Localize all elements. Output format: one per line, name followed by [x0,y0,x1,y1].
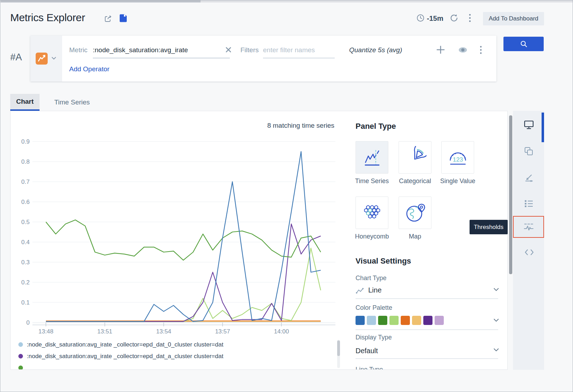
color-palette-chevron-icon[interactable] [494,319,499,322]
svg-text:0.7: 0.7 [21,179,30,185]
chart-type-label: Chart Type [356,275,387,282]
visibility-eye-icon[interactable] [458,47,467,53]
panel-type-single-value-label: Single Value [438,177,478,185]
legend-scrollbar[interactable] [337,340,340,368]
sidebar-icon-strip [513,111,544,370]
svg-text:14:00: 14:00 [274,328,289,335]
legend-item[interactable]: :node_disk_saturation:avg_irate _collect… [18,339,336,350]
legend-list-icon[interactable] [524,199,533,208]
palette-swatch[interactable] [378,316,387,325]
legend-scrollbar-thumb[interactable] [337,340,340,356]
svg-text:0.6: 0.6 [21,199,30,205]
display-type-chevron-icon[interactable] [494,348,499,351]
axes-scale-icon[interactable] [524,173,533,182]
honeycomb-panel-icon [361,204,383,222]
run-query-button[interactable] [503,37,544,51]
query-kebab-icon[interactable] [479,46,482,54]
panel-type-map[interactable] [399,197,431,229]
quantize-setting[interactable]: Quantize 5s (avg) [349,46,402,54]
visual-settings-heading: Visual Settings [356,257,411,266]
panel-type-categorical-label: Categorical [395,177,435,185]
svg-text:0.2: 0.2 [21,279,30,286]
share-icon[interactable] [104,14,112,23]
svg-text:13:57: 13:57 [215,328,230,335]
color-palette-label: Color Palette [356,304,392,312]
clock-icon[interactable] [416,14,425,22]
metric-type-chevron-icon[interactable] [52,57,56,60]
panel-type-honeycomb-label: Honeycomb [352,233,392,240]
add-operator-link[interactable]: Add Operator [69,65,109,73]
thresholds-tooltip: Thresholds [470,220,508,234]
line-type-label: Line Type [356,366,383,370]
timeseries-metric-icon[interactable] [36,53,48,65]
filters-label: Filters [240,46,259,54]
metric-label: Metric [69,46,88,54]
tab-time-series[interactable]: Time Series [47,94,97,111]
panel-type-categorical[interactable] [399,141,431,174]
palette-swatch[interactable] [367,316,376,325]
metric-type-cell[interactable] [30,36,62,82]
add-to-dashboard-button[interactable]: Add To Dashboard [483,12,544,25]
clear-metric-icon[interactable] [225,47,232,53]
palette-swatch[interactable] [401,316,410,325]
thresholds-icon[interactable] [524,222,534,231]
chart-type-select[interactable]: Line [368,286,382,294]
panel-type-honeycomb[interactable] [356,197,388,229]
panel-type-time-series[interactable] [356,141,388,174]
settings-scrollbar-thumb[interactable] [509,115,512,274]
svg-text:0.3: 0.3 [21,259,30,266]
svg-text:0.5: 0.5 [21,219,30,225]
svg-text:13:48: 13:48 [38,328,54,335]
refresh-icon[interactable] [449,13,459,23]
legend-item[interactable]: :node_disk_saturation:avg_irate _collect… [18,350,336,362]
content-card: 8 matching time series 00.10.20.30.40.50… [10,111,508,370]
svg-text:13:51: 13:51 [97,328,113,335]
palette-swatch[interactable] [356,316,365,325]
top-scrollbar[interactable] [0,0,573,2]
header-kebab-icon[interactable] [468,13,471,23]
single-value-panel-icon: 123 [447,146,469,169]
legend-series-label: :node_disk_saturation:avg_irate _collect… [27,353,223,360]
palette-swatch[interactable] [435,316,444,325]
svg-text:13:54: 13:54 [156,328,171,335]
settings-scrollbar[interactable] [509,115,512,274]
legend-color-dot [18,342,23,347]
display-type-select[interactable]: Default [356,347,378,355]
line-chart-type-icon [356,288,365,295]
palette-swatch[interactable] [389,316,399,325]
top-scrollbar-thumb[interactable] [1,0,201,2]
chart-type-chevron-icon[interactable] [494,288,499,291]
display-type-label: Display Type [356,334,392,341]
legend-item[interactable] [18,362,336,370]
query-card: Metric :node_disk_saturation:avg_irate F… [30,36,496,82]
panel-type-map-label: Map [395,233,435,240]
svg-text:0.1: 0.1 [21,299,30,306]
panel-type-time-series-label: Time Series [352,177,392,185]
legend-color-dot [18,354,23,358]
metric-input[interactable]: :node_disk_saturation:avg_irate [93,46,188,54]
palette-swatch[interactable] [423,316,432,325]
palette-swatch[interactable] [412,316,421,325]
matching-series-count: 8 matching time series [222,122,334,129]
compare-panels-icon[interactable] [524,147,533,156]
chart-type-underline [356,298,498,299]
tab-chart[interactable]: Chart [10,94,40,111]
save-icon[interactable] [120,14,127,22]
time-range-value[interactable]: -15m [427,14,443,23]
metric-input-underline [93,58,230,58]
panel-type-single-value[interactable]: 123 [441,141,474,174]
svg-text:0.8: 0.8 [21,158,30,165]
display-monitor-icon[interactable] [524,120,534,129]
svg-text:0: 0 [26,319,30,326]
filters-input-underline [263,58,335,58]
query-row-label: #A [10,52,22,63]
chart-svg: 00.10.20.30.40.50.60.70.80.913:4813:5113… [11,135,343,339]
time-series-panel-icon [361,146,383,169]
add-segment-icon[interactable] [436,46,445,54]
chart-legend: :node_disk_saturation:avg_irate _collect… [18,339,336,370]
code-icon[interactable] [525,248,534,256]
filters-input[interactable]: enter filter names [263,46,315,54]
display-type-underline [356,358,498,359]
legend-series-label: :node_disk_saturation:avg_irate _collect… [27,341,223,348]
panel-type-heading: Panel Type [356,122,396,131]
